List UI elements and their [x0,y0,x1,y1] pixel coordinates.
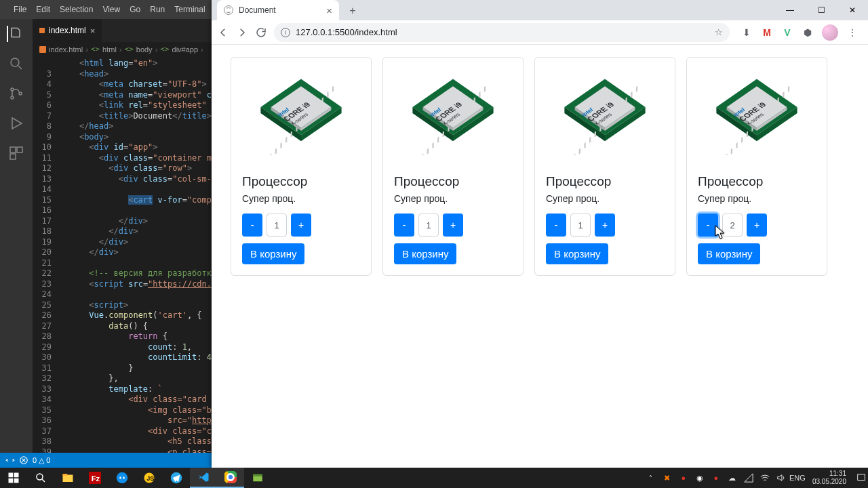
network-icon[interactable] [743,472,754,483]
tag-icon: <> [91,45,100,54]
tag-icon: <> [125,45,134,54]
tab-close-icon[interactable]: × [90,26,96,36]
chrome-taskbar-icon[interactable] [217,468,244,488]
add-to-cart-button[interactable]: В корзину [698,243,760,264]
app-icon[interactable]: JS [136,468,163,488]
product-text: Супер проц. [698,193,816,204]
qty-input[interactable] [267,214,287,237]
menu-terminal[interactable]: Terminal [170,3,209,16]
svg-point-1 [11,88,14,91]
search-icon[interactable] [8,56,24,72]
gmail-icon[interactable]: M [761,26,773,39]
svg-rect-84 [741,137,743,143]
debug-icon[interactable] [8,115,24,131]
close-button[interactable]: ✕ [837,0,868,20]
tray-overflow-icon[interactable]: ˄ [646,472,656,483]
code-editor[interactable]: <html lang="en">3 <head>4 <meta charset=… [33,57,212,453]
qty-plus-button[interactable]: + [443,214,463,237]
svg-rect-38 [437,137,439,143]
chevron-right-icon: › [85,45,88,54]
tray-icon[interactable]: ● [678,472,689,483]
qty-minus-button[interactable]: - [698,214,718,237]
breadcrumb[interactable]: index.html › <> html › <> body › <> div#… [33,42,212,57]
add-to-cart-button[interactable]: В корзину [242,243,304,264]
qty-input[interactable] [418,214,439,237]
vue-devtools-icon[interactable]: V [781,26,793,39]
language-indicator[interactable]: ENG [792,472,803,483]
qty-plus-button[interactable]: + [595,214,615,237]
profile-avatar[interactable] [822,24,838,41]
add-to-cart-button[interactable]: В корзину [546,243,608,264]
notifications-icon[interactable] [856,472,867,483]
svg-rect-83 [736,142,737,148]
qty-minus-button[interactable]: - [394,214,414,237]
tab-close-icon[interactable]: × [326,5,332,16]
html-file-icon [39,28,45,33]
svg-rect-37 [432,142,433,148]
search-button[interactable] [27,468,54,488]
svg-rect-85 [747,131,748,137]
svg-rect-81 [726,154,727,155]
explorer-icon[interactable] [7,26,23,42]
bookmark-icon[interactable]: ☆ [715,27,723,37]
qty-input[interactable] [570,214,591,237]
menu-icon[interactable]: ⋮ [846,26,859,39]
telegram-icon[interactable] [163,468,190,488]
menu-file[interactable]: File [9,3,31,16]
qty-plus-button[interactable]: + [291,214,311,237]
wifi-icon[interactable] [760,472,770,483]
tray-icon[interactable]: ◉ [694,472,705,483]
maximize-button[interactable]: ☐ [806,0,837,20]
browser-tab[interactable]: Document × [217,0,339,20]
extension-icon[interactable]: ⬢ [802,26,814,39]
problems-count[interactable]: 0 △ 0 [33,456,50,465]
tray-icon[interactable]: ✖ [662,472,673,483]
app-icon[interactable] [244,468,271,488]
menu-selection[interactable]: Selection [56,3,97,16]
onedrive-icon[interactable]: ☁ [727,472,738,483]
tray-icon[interactable]: ● [711,472,722,483]
product-title: Процессор [242,174,360,189]
svg-point-0 [11,58,19,66]
filezilla-icon[interactable]: Fz [81,468,108,488]
svg-point-3 [19,92,22,95]
start-button[interactable] [0,468,27,488]
crumb: html [102,45,117,54]
vscode-titlebar: File Edit Selection View Go Run Terminal… [0,0,212,19]
qty-plus-button[interactable]: + [747,214,767,237]
remote-icon[interactable] [5,455,15,465]
address-bar[interactable]: i 127.0.0.1:5500/index.html ☆ [274,23,730,42]
tab-index-html[interactable]: index.html × [33,19,102,42]
add-to-cart-button[interactable]: В корзину [394,243,456,264]
clock[interactable]: 11:31 03.05.2020 [808,470,850,486]
svg-rect-36 [427,148,429,154]
reload-button[interactable] [255,26,267,39]
svg-rect-103 [14,479,19,483]
scm-icon[interactable] [8,85,24,102]
qty-minus-button[interactable]: - [242,214,262,237]
product-image: intel CORE i9 X-series [687,58,827,165]
site-info-icon[interactable]: i [281,28,290,37]
menu-run[interactable]: Run [146,3,169,16]
vscode-taskbar-icon[interactable] [190,468,217,488]
minimize-button[interactable]: — [774,0,806,20]
back-button[interactable] [217,26,229,39]
new-tab-button[interactable]: + [343,1,362,20]
menu-go[interactable]: Go [125,3,144,16]
svg-rect-92 [783,92,784,98]
errors-icon[interactable] [19,455,28,465]
qty-input[interactable] [722,214,743,237]
menu-view[interactable]: View [98,3,124,16]
forward-button[interactable] [236,26,248,39]
extensions-icon[interactable] [8,145,24,161]
qty-minus-button[interactable]: - [546,214,566,237]
teamviewer-icon[interactable] [108,468,136,488]
menu-edit[interactable]: Edit [32,3,54,16]
product-text: Супер проц. [546,193,664,204]
volume-icon[interactable] [776,472,787,483]
vscode-window: File Edit Selection View Go Run Terminal… [0,0,212,468]
product-title: Процессор [698,174,816,189]
svg-rect-93 [788,86,789,92]
download-icon[interactable]: ⬇ [741,26,753,39]
explorer-taskbar-icon[interactable] [54,468,81,488]
